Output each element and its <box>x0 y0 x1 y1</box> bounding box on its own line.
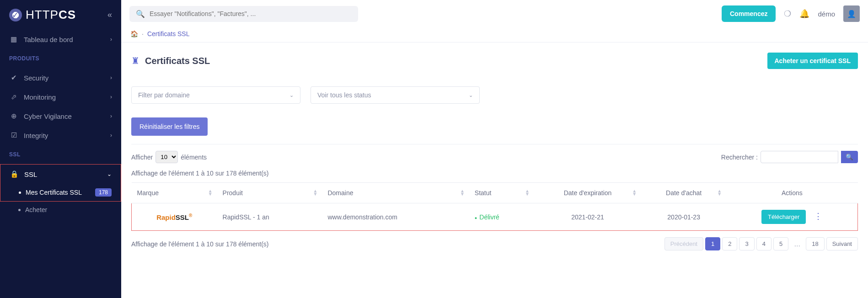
sidebar-item-dashboard[interactable]: ▦ Tableau de bord › <box>0 30 121 49</box>
pagination-page[interactable]: 1 <box>705 237 720 250</box>
search-input[interactable] <box>150 10 352 17</box>
sort-icon: ▲▼ <box>208 189 213 196</box>
breadcrumb-current[interactable]: Certificats SSL <box>147 30 190 37</box>
pagination-page[interactable]: 18 <box>806 237 824 250</box>
user-name: démo <box>818 10 835 18</box>
status-badge: Délivré <box>475 213 499 221</box>
sidebar-sub-mes-certificats[interactable]: Mes Certificats SSL 178 <box>0 184 121 201</box>
bullet-icon <box>19 192 21 194</box>
chevron-right-icon: › <box>110 94 112 100</box>
pagination-prev[interactable]: Précédent <box>664 237 703 250</box>
download-button[interactable]: Télécharger <box>761 210 806 224</box>
sidebar-item-label: Acheter <box>25 206 47 213</box>
global-search[interactable]: 🔍 <box>129 6 358 22</box>
bullet-icon <box>18 209 21 211</box>
sitemap-icon: ♜ <box>131 55 139 66</box>
chevron-down-icon: ⌄ <box>469 92 473 98</box>
page-size-select[interactable]: 10 <box>155 151 178 163</box>
sort-icon: ▲▼ <box>717 189 722 196</box>
th-marque[interactable]: Marque▲▼ <box>132 183 217 203</box>
breadcrumb-sep: · <box>142 30 144 37</box>
sidebar-item-cyber[interactable]: ⊕ Cyber Vigilance › <box>0 106 121 126</box>
help-icon[interactable]: ❍ <box>784 9 791 19</box>
th-actions: Actions <box>726 183 857 203</box>
reset-filters-button[interactable]: Réinitialiser les filtres <box>131 117 208 136</box>
th-statut[interactable]: Statut▲▼ <box>469 183 534 203</box>
select-label: Filter par domaine <box>138 91 190 99</box>
table-search-label: Rechercher : <box>721 154 758 161</box>
sort-icon: ▲▼ <box>460 189 465 196</box>
table-count-top: Affichage de l'élément 1 à 10 sur 178 él… <box>131 170 858 177</box>
sidebar-item-label: Integrity <box>24 132 48 139</box>
chevron-right-icon: › <box>110 113 112 119</box>
sidebar-item-label: Security <box>24 74 48 82</box>
home-icon[interactable]: 🏠 <box>130 30 138 37</box>
dashboard-icon: ▦ <box>9 35 18 43</box>
sidebar-ssl-highlight: 🔒 SSL ⌄ Mes Certificats SSL 178 <box>0 164 121 202</box>
sort-icon: ▲▼ <box>525 189 530 196</box>
table-search-input[interactable] <box>761 151 838 163</box>
chevron-right-icon: › <box>110 74 112 81</box>
avatar-button[interactable]: 👤 <box>843 5 860 22</box>
cell-achat: 2020-01-23 <box>641 203 726 231</box>
pagination-page[interactable]: 3 <box>739 237 754 250</box>
sidebar-item-integrity[interactable]: ☑ Integrity › <box>0 126 121 145</box>
pagination-page[interactable]: 2 <box>722 237 737 250</box>
chart-icon: ⬀ <box>9 93 18 101</box>
sidebar: ✓ HTTPCS « ▦ Tableau de bord › PRODUITS … <box>0 0 121 298</box>
search-icon: 🔍 <box>136 10 145 18</box>
table-count-bottom: Affichage de l'élément 1 à 10 sur 178 él… <box>131 240 268 248</box>
page-title: Certificats SSL <box>145 56 210 66</box>
sidebar-sub-acheter[interactable]: Acheter <box>0 202 121 218</box>
start-button[interactable]: Commencez <box>722 5 776 22</box>
sidebar-section-produits: PRODUITS <box>0 49 121 68</box>
certificates-table: Marque▲▼ Produit▲▼ Domaine▲▼ Statut▲▼ Da… <box>131 182 858 231</box>
more-actions-icon[interactable]: ⋮ <box>814 212 822 221</box>
buy-certificate-button[interactable]: Acheter un certificat SSL <box>767 53 858 69</box>
logo-check-icon: ✓ <box>9 9 22 21</box>
th-achat[interactable]: Date d'achat▲▼ <box>641 183 726 203</box>
lock-icon: 🔒 <box>10 170 19 178</box>
logo-row: ✓ HTTPCS « <box>0 0 121 30</box>
sort-icon: ▲▼ <box>632 189 637 196</box>
chevron-right-icon: › <box>110 36 112 43</box>
th-expiration[interactable]: Date d'expiration▲▼ <box>534 183 641 203</box>
brand-logo: RapidSSL® <box>156 213 192 221</box>
bell-icon[interactable]: 🔔 <box>799 9 809 19</box>
pagination-page[interactable]: 4 <box>756 237 772 250</box>
sidebar-item-monitoring[interactable]: ⬀ Monitoring › <box>0 87 121 106</box>
pagination-next[interactable]: Suivant <box>826 237 858 250</box>
logo-text-b: CS <box>59 8 76 21</box>
th-produit[interactable]: Produit▲▼ <box>217 183 322 203</box>
chevron-right-icon: › <box>110 132 112 138</box>
count-badge: 178 <box>95 188 112 197</box>
sidebar-section-ssl: SSL <box>0 145 121 164</box>
cell-expiration: 2021-02-21 <box>534 203 641 231</box>
pagination-ellipsis: … <box>790 238 804 250</box>
filter-status-select[interactable]: Voir tous les status ⌄ <box>311 86 480 104</box>
sidebar-item-label: Monitoring <box>24 93 56 101</box>
sidebar-item-ssl[interactable]: 🔒 SSL ⌄ <box>0 165 121 184</box>
sidebar-item-security[interactable]: ✔ Security › <box>0 68 121 87</box>
table-row: RapidSSL® RapidSSL - 1 an www.demonstrat… <box>132 203 858 231</box>
logo[interactable]: ✓ HTTPCS <box>9 8 76 22</box>
select-label: Voir tous les status <box>317 91 371 99</box>
sidebar-item-label: SSL <box>24 170 37 178</box>
chevron-down-icon: ⌄ <box>107 171 112 177</box>
breadcrumb: 🏠 · Certificats SSL <box>121 27 868 43</box>
collapse-sidebar-icon[interactable]: « <box>107 10 112 20</box>
filter-domain-select[interactable]: Filter par domaine ⌄ <box>131 86 300 104</box>
topbar: 🔍 Commencez ❍ 🔔 démo 👤 <box>121 0 868 27</box>
show-entries-label-b: éléments <box>181 154 207 161</box>
show-entries-label-a: Afficher <box>131 154 153 161</box>
cell-domaine: www.demonstration.com <box>322 203 469 231</box>
card-header: ♜ Certificats SSL Acheter un certificat … <box>131 53 858 74</box>
chevron-down-icon: ⌄ <box>289 92 294 98</box>
globe-icon: ⊕ <box>9 112 18 120</box>
logo-text-a: HTTP <box>26 8 59 21</box>
main: 🔍 Commencez ❍ 🔔 démo 👤 🏠 · Certificats S… <box>121 0 868 298</box>
table-search-button[interactable]: 🔍 <box>841 151 858 163</box>
th-domaine[interactable]: Domaine▲▼ <box>322 183 469 203</box>
pagination-page[interactable]: 5 <box>773 237 788 250</box>
pagination: Précédent 1 2 3 4 5 … 18 Suivant <box>664 237 858 250</box>
